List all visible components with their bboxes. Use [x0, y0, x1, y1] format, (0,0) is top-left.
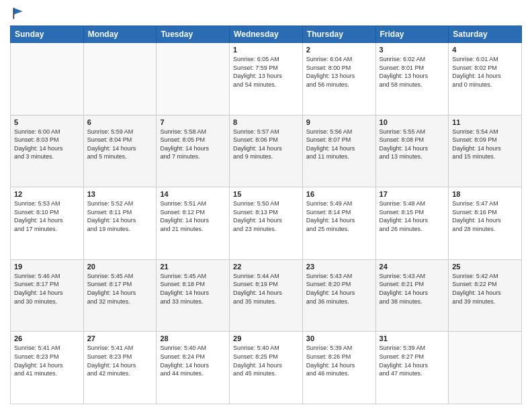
day-number: 4 [452, 46, 518, 54]
calendar-week-3: 12Sunrise: 5:53 AMSunset: 8:10 PMDayligh… [11, 187, 522, 260]
day-info: Sunrise: 5:56 AMSunset: 8:07 PMDaylight:… [306, 128, 372, 161]
day-info: Sunrise: 5:40 AMSunset: 8:24 PMDaylight:… [160, 344, 226, 377]
day-number: 30 [306, 334, 372, 342]
calendar-cell: 3Sunrise: 6:02 AMSunset: 8:01 PMDaylight… [375, 43, 449, 116]
calendar-cell: 1Sunrise: 6:05 AMSunset: 7:59 PMDaylight… [230, 43, 303, 116]
day-number: 5 [14, 118, 80, 126]
day-info: Sunrise: 5:39 AMSunset: 8:26 PMDaylight:… [306, 344, 372, 377]
day-info: Sunrise: 5:45 AMSunset: 8:18 PMDaylight:… [160, 272, 226, 306]
day-number: 12 [14, 190, 80, 198]
calendar-week-2: 5Sunrise: 6:00 AMSunset: 8:03 PMDaylight… [11, 115, 522, 187]
day-number: 23 [306, 263, 372, 271]
calendar-header-tuesday: Tuesday [157, 26, 230, 43]
calendar-header-sunday: Sunday [11, 26, 84, 43]
day-number: 27 [87, 334, 153, 342]
day-info: Sunrise: 5:48 AMSunset: 8:15 PMDaylight:… [380, 199, 445, 233]
day-number: 9 [306, 118, 372, 126]
calendar-cell [157, 43, 230, 116]
calendar-cell: 31Sunrise: 5:39 AMSunset: 8:27 PMDayligh… [375, 332, 449, 404]
day-number: 25 [452, 263, 518, 271]
calendar-header-friday: Friday [375, 26, 449, 43]
day-info: Sunrise: 5:59 AMSunset: 8:04 PMDaylight:… [87, 128, 153, 161]
calendar-cell: 17Sunrise: 5:48 AMSunset: 8:15 PMDayligh… [375, 187, 449, 260]
day-number: 15 [233, 190, 299, 198]
day-number: 21 [160, 263, 226, 271]
calendar-cell: 4Sunrise: 6:01 AMSunset: 8:02 PMDaylight… [449, 43, 522, 116]
calendar-cell: 7Sunrise: 5:58 AMSunset: 8:05 PMDaylight… [157, 115, 230, 187]
day-number: 16 [306, 190, 372, 198]
calendar-cell: 27Sunrise: 5:41 AMSunset: 8:23 PMDayligh… [83, 332, 157, 404]
logo-flag-icon [11, 7, 25, 20]
day-info: Sunrise: 5:41 AMSunset: 8:23 PMDaylight:… [14, 344, 80, 377]
day-number: 7 [160, 118, 226, 126]
day-info: Sunrise: 6:05 AMSunset: 7:59 PMDaylight:… [233, 55, 299, 89]
day-number: 20 [87, 263, 153, 271]
svg-marker-0 [13, 8, 22, 15]
calendar-cell: 18Sunrise: 5:47 AMSunset: 8:16 PMDayligh… [449, 187, 522, 260]
calendar-body: 1Sunrise: 6:05 AMSunset: 7:59 PMDaylight… [11, 43, 522, 404]
day-info: Sunrise: 5:47 AMSunset: 8:16 PMDaylight:… [452, 199, 518, 233]
day-info: Sunrise: 5:54 AMSunset: 8:09 PMDaylight:… [452, 128, 518, 161]
day-info: Sunrise: 5:39 AMSunset: 8:27 PMDaylight:… [380, 344, 445, 377]
day-number: 17 [380, 190, 445, 198]
calendar-cell: 14Sunrise: 5:51 AMSunset: 8:12 PMDayligh… [157, 187, 230, 260]
calendar-cell: 22Sunrise: 5:44 AMSunset: 8:19 PMDayligh… [230, 259, 303, 332]
calendar-cell: 15Sunrise: 5:50 AMSunset: 8:13 PMDayligh… [230, 187, 303, 260]
calendar-week-1: 1Sunrise: 6:05 AMSunset: 7:59 PMDaylight… [11, 43, 522, 116]
day-info: Sunrise: 5:52 AMSunset: 8:11 PMDaylight:… [87, 199, 153, 233]
day-info: Sunrise: 5:50 AMSunset: 8:13 PMDaylight:… [233, 199, 299, 233]
calendar-cell: 11Sunrise: 5:54 AMSunset: 8:09 PMDayligh… [449, 115, 522, 187]
calendar-header-wednesday: Wednesday [230, 26, 303, 43]
day-info: Sunrise: 5:58 AMSunset: 8:05 PMDaylight:… [160, 128, 226, 161]
day-info: Sunrise: 5:46 AMSunset: 8:17 PMDaylight:… [14, 272, 80, 306]
day-number: 3 [380, 46, 445, 54]
day-info: Sunrise: 6:04 AMSunset: 8:00 PMDaylight:… [306, 55, 372, 89]
calendar-cell: 6Sunrise: 5:59 AMSunset: 8:04 PMDaylight… [83, 115, 157, 187]
day-number: 18 [452, 190, 518, 198]
calendar-cell: 12Sunrise: 5:53 AMSunset: 8:10 PMDayligh… [11, 187, 84, 260]
calendar-cell: 29Sunrise: 5:40 AMSunset: 8:25 PMDayligh… [230, 332, 303, 404]
calendar-cell: 13Sunrise: 5:52 AMSunset: 8:11 PMDayligh… [83, 187, 157, 260]
day-info: Sunrise: 5:45 AMSunset: 8:17 PMDaylight:… [87, 272, 153, 306]
logo [10, 7, 25, 20]
day-info: Sunrise: 5:44 AMSunset: 8:19 PMDaylight:… [233, 272, 299, 306]
calendar-cell [11, 43, 84, 116]
day-info: Sunrise: 5:49 AMSunset: 8:14 PMDaylight:… [306, 199, 372, 233]
calendar-header-monday: Monday [83, 26, 157, 43]
day-info: Sunrise: 5:41 AMSunset: 8:23 PMDaylight:… [87, 344, 153, 377]
calendar-header-thursday: Thursday [302, 26, 375, 43]
day-number: 26 [14, 334, 80, 342]
day-number: 8 [233, 118, 299, 126]
calendar-cell: 20Sunrise: 5:45 AMSunset: 8:17 PMDayligh… [83, 259, 157, 332]
day-number: 22 [233, 263, 299, 271]
day-info: Sunrise: 5:43 AMSunset: 8:21 PMDaylight:… [380, 272, 445, 306]
calendar-cell: 21Sunrise: 5:45 AMSunset: 8:18 PMDayligh… [157, 259, 230, 332]
day-info: Sunrise: 5:51 AMSunset: 8:12 PMDaylight:… [160, 199, 226, 233]
calendar-header-saturday: Saturday [449, 26, 522, 43]
day-info: Sunrise: 6:00 AMSunset: 8:03 PMDaylight:… [14, 128, 80, 161]
day-info: Sunrise: 5:42 AMSunset: 8:22 PMDaylight:… [452, 272, 518, 306]
day-info: Sunrise: 5:43 AMSunset: 8:20 PMDaylight:… [306, 272, 372, 306]
calendar-cell: 26Sunrise: 5:41 AMSunset: 8:23 PMDayligh… [11, 332, 84, 404]
day-number: 1 [233, 46, 299, 54]
day-number: 10 [380, 118, 445, 126]
calendar-cell [83, 43, 157, 116]
day-number: 11 [452, 118, 518, 126]
calendar-cell: 5Sunrise: 6:00 AMSunset: 8:03 PMDaylight… [11, 115, 84, 187]
day-number: 6 [87, 118, 153, 126]
page: SundayMondayTuesdayWednesdayThursdayFrid… [0, 0, 532, 411]
calendar-table: SundayMondayTuesdayWednesdayThursdayFrid… [10, 26, 522, 404]
day-info: Sunrise: 6:02 AMSunset: 8:01 PMDaylight:… [380, 55, 445, 89]
calendar-week-4: 19Sunrise: 5:46 AMSunset: 8:17 PMDayligh… [11, 259, 522, 332]
calendar-cell: 8Sunrise: 5:57 AMSunset: 8:06 PMDaylight… [230, 115, 303, 187]
day-number: 2 [306, 46, 372, 54]
day-number: 24 [380, 263, 445, 271]
day-info: Sunrise: 5:53 AMSunset: 8:10 PMDaylight:… [14, 199, 80, 233]
day-number: 31 [380, 334, 445, 342]
calendar-cell [449, 332, 522, 404]
calendar-cell: 9Sunrise: 5:56 AMSunset: 8:07 PMDaylight… [302, 115, 375, 187]
day-info: Sunrise: 5:55 AMSunset: 8:08 PMDaylight:… [380, 128, 445, 161]
day-info: Sunrise: 5:40 AMSunset: 8:25 PMDaylight:… [233, 344, 299, 377]
day-info: Sunrise: 6:01 AMSunset: 8:02 PMDaylight:… [452, 55, 518, 89]
calendar-week-5: 26Sunrise: 5:41 AMSunset: 8:23 PMDayligh… [11, 332, 522, 404]
